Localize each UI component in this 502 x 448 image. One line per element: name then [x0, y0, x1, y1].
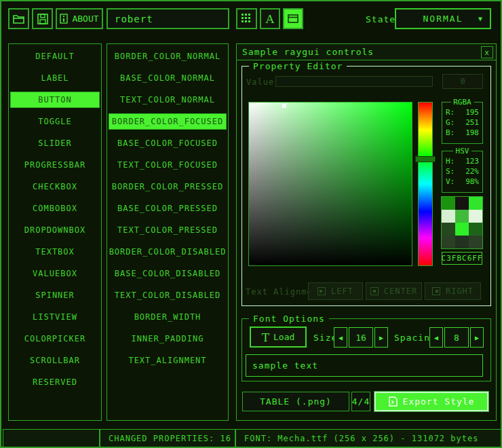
font-a-icon: A	[266, 12, 274, 26]
v-label: V:	[446, 177, 455, 186]
swatch[interactable]	[455, 236, 469, 248]
align-left-button[interactable]: LEFT	[308, 282, 363, 300]
g-value: 251	[465, 118, 479, 127]
hex-color-input[interactable]: C3FBC6FF	[442, 252, 482, 265]
swatch[interactable]	[469, 223, 482, 236]
folder-icon	[13, 14, 24, 24]
color-picker-cursor[interactable]	[282, 104, 286, 108]
font-mode-button[interactable]: A	[260, 8, 280, 29]
b-value: 198	[465, 128, 479, 137]
value-slider[interactable]	[275, 76, 433, 87]
color-picker-panel[interactable]	[248, 102, 412, 266]
spacing-value: 8	[454, 333, 459, 343]
property-item[interactable]: BORDER_WIDTH	[109, 309, 227, 325]
style-color-swatches	[441, 196, 483, 249]
sample-window-title: Sample raygui controls	[242, 47, 374, 57]
g-label: G:	[446, 118, 455, 127]
about-button[interactable]: ABOUT	[56, 8, 103, 29]
control-item-listview[interactable]: LISTVIEW	[10, 309, 100, 325]
property-item[interactable]: TEXT_COLOR_DISABLED	[109, 287, 227, 303]
font-load-label: Load	[273, 332, 294, 342]
hue-handle[interactable]	[415, 156, 436, 162]
value-box-text: 0	[460, 77, 465, 86]
size-decrease-button[interactable]: ◀	[334, 327, 347, 348]
close-icon: x	[484, 48, 490, 57]
property-item[interactable]: BASE_COLOR_NORMAL	[109, 70, 227, 86]
hsv-title: HSV	[453, 147, 472, 155]
properties-listview: BORDER_COLOR_NORMAL BASE_COLOR_NORMAL TE…	[107, 43, 229, 421]
swatch[interactable]	[469, 236, 482, 248]
font-load-t-icon: T	[262, 331, 269, 344]
property-item[interactable]: BORDER_COLOR_DISABLED	[109, 244, 227, 260]
align-center-button[interactable]: CENTER	[366, 282, 422, 300]
hue-bar[interactable]	[418, 102, 433, 266]
swatch[interactable]	[455, 197, 469, 210]
spacing-decrease-button[interactable]: ◀	[429, 327, 443, 348]
property-item[interactable]: BORDER_COLOR_NORMAL	[109, 48, 227, 64]
property-item[interactable]: TEXT_ALIGNMENT	[109, 352, 227, 369]
swatch[interactable]	[455, 210, 469, 223]
save-style-button[interactable]	[32, 8, 53, 29]
swatch[interactable]	[442, 223, 455, 236]
control-item-scrollbar[interactable]: SCROLLBAR	[10, 352, 100, 369]
control-item-colorpicker[interactable]: COLORPICKER	[10, 331, 100, 347]
control-item-combobox[interactable]: COMBOBOX	[10, 200, 100, 217]
property-item[interactable]: TEXT_COLOR_PRESSED	[109, 222, 227, 238]
size-increase-button[interactable]: ▶	[374, 327, 388, 348]
align-right-label: RIGHT	[446, 286, 474, 296]
window-mode-button[interactable]	[283, 8, 303, 29]
align-right-icon	[432, 287, 440, 295]
state-dropdown[interactable]: NORMAL ▼	[395, 8, 491, 29]
control-item-dropdownbox[interactable]: DROPDOWNBOX	[10, 222, 100, 238]
property-item[interactable]: TEXT_COLOR_NORMAL	[109, 92, 227, 108]
edit-mode-button[interactable]	[236, 8, 257, 29]
swatch[interactable]	[442, 197, 455, 210]
swatch[interactable]	[455, 223, 469, 236]
swatch[interactable]	[442, 210, 455, 223]
property-item[interactable]: INNER_PADDING	[109, 331, 227, 347]
control-item-checkbox[interactable]: CHECKBOX	[10, 179, 100, 195]
hex-color-value: C3FBC6FF	[442, 254, 483, 263]
control-item-default[interactable]: DEFAULT	[10, 48, 100, 64]
open-style-button[interactable]	[8, 8, 29, 29]
style-name-input[interactable]: robert	[107, 8, 229, 29]
property-item[interactable]: BASE_COLOR_FOCUSED	[109, 135, 227, 151]
v-value: 98%	[465, 177, 479, 186]
sample-window-titlebar[interactable]: Sample raygui controls x	[237, 44, 496, 60]
control-item-button[interactable]: BUTTON	[10, 92, 100, 108]
spacing-increase-button[interactable]: ▶	[470, 327, 484, 348]
rgba-groupbox: RGBA R:195 G:251 B:198	[442, 102, 483, 144]
swatch[interactable]	[469, 197, 482, 210]
swatch[interactable]	[442, 236, 455, 248]
export-style-button[interactable]: Export Style	[374, 392, 488, 411]
chevron-down-icon: ▼	[478, 15, 484, 22]
swatch[interactable]	[469, 210, 482, 223]
property-item[interactable]: BASE_COLOR_DISABLED	[109, 265, 227, 282]
property-item[interactable]: BORDER_COLOR_PRESSED	[109, 179, 227, 195]
property-item[interactable]: TEXT_COLOR_FOCUSED	[109, 157, 227, 173]
control-item-progressbar[interactable]: PROGRESSBAR	[10, 157, 100, 173]
control-item-label[interactable]: LABEL	[10, 70, 100, 86]
s-label: S:	[446, 167, 455, 176]
control-item-slider[interactable]: SLIDER	[10, 135, 100, 151]
size-value-box[interactable]: 16	[349, 327, 373, 348]
font-load-button[interactable]: T Load	[250, 326, 307, 348]
rgba-title: RGBA	[450, 98, 474, 107]
control-item-toggle[interactable]: TOGGLE	[10, 113, 100, 130]
property-item-selected[interactable]: BORDER_COLOR_FOCUSED	[109, 113, 227, 130]
close-button[interactable]: x	[481, 46, 493, 58]
align-right-button[interactable]: RIGHT	[425, 282, 481, 300]
export-format-dropdown[interactable]: TABLE (.png)	[242, 392, 349, 411]
value-box[interactable]: 0	[442, 74, 483, 89]
spacing-value-box[interactable]: 8	[444, 327, 469, 348]
sample-text-input[interactable]: sample text	[246, 354, 483, 377]
statusbar-empty-cell	[3, 429, 100, 448]
control-item-textbox[interactable]: TEXTBOX	[10, 244, 100, 260]
control-item-spinner[interactable]: SPINNER	[10, 287, 100, 303]
control-item-valuebox[interactable]: VALUEBOX	[10, 265, 100, 282]
control-item-reserved[interactable]: RESERVED	[10, 374, 100, 390]
property-item[interactable]: BASE_COLOR_PRESSED	[109, 200, 227, 217]
r-value: 195	[465, 108, 479, 117]
export-format-value: TABLE (.png)	[260, 396, 332, 407]
s-value: 22%	[465, 167, 479, 176]
